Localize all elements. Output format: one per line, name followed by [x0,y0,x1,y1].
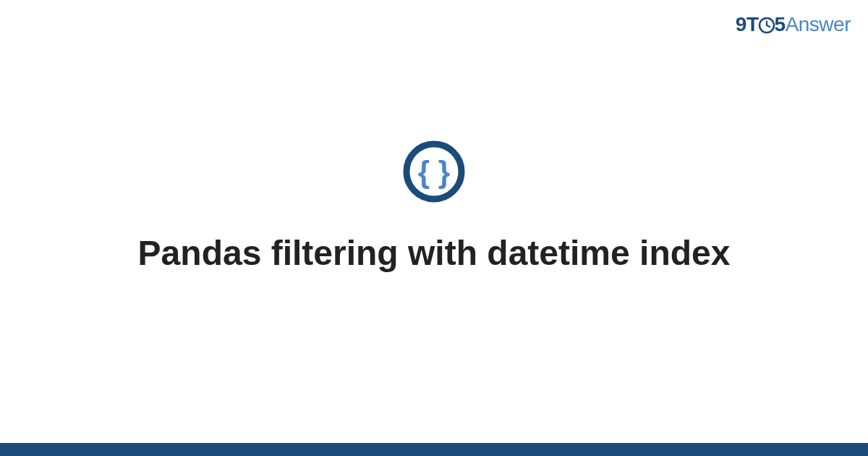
footer-bar [0,443,868,456]
svg-text:{ }: { } [418,155,450,189]
main-content: { } Pandas filtering with datetime index [0,0,868,443]
code-braces-icon: { } [401,139,467,207]
page-title: Pandas filtering with datetime index [138,232,731,275]
